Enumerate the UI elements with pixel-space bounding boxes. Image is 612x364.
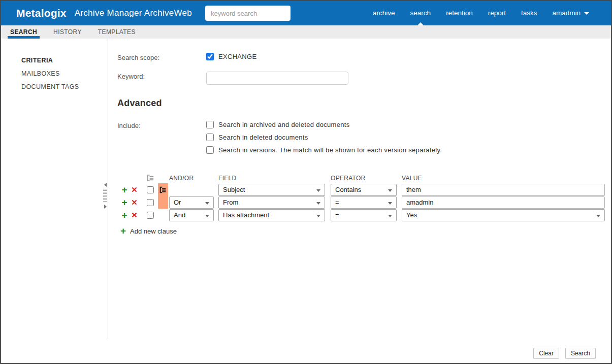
scope-exchange-checkbox-row[interactable]: EXCHANGE (206, 53, 256, 60)
sidebar-item-mailboxes[interactable]: MAILBOXES (1, 67, 108, 80)
add-clause-icon[interactable]: + (121, 210, 127, 220)
metalogix-logo: Metalogix (16, 7, 67, 19)
query-builder: AND/OR FIELD OPERATOR VALUE + ✕ (114, 173, 611, 236)
clear-button[interactable]: Clear (533, 348, 559, 359)
criteria-panel: Search scope: EXCHANGE Keyword: Advanced… (108, 39, 611, 339)
field-value: Has attachment (223, 211, 269, 219)
value-input[interactable] (402, 196, 605, 209)
collapse-left-icon (104, 183, 107, 187)
andor-value: And (174, 211, 185, 219)
field-dropdown[interactable]: Subject (218, 184, 325, 196)
include-option-label: Search in versions. The match will be sh… (218, 146, 442, 154)
user-menu-label: amadmin (552, 9, 581, 17)
group-icon (147, 174, 168, 182)
app-window: Metalogix Archive Manager ArchiveWeb arc… (0, 0, 612, 364)
value-input[interactable] (402, 184, 605, 196)
exchange-label: EXCHANGE (218, 53, 256, 60)
keyword-input[interactable] (206, 72, 348, 85)
include-label: Include: (117, 121, 206, 129)
user-menu[interactable]: amadmin (544, 1, 597, 25)
field-dropdown[interactable]: From (218, 196, 325, 209)
field-value: From (223, 198, 238, 206)
clause-checkbox[interactable] (147, 199, 154, 206)
keyword-search-input[interactable] (205, 6, 291, 21)
clause-row: + ✕ And Has attachment = Yes (114, 209, 611, 221)
header-value: VALUE (402, 175, 605, 182)
include-deleted-checkbox[interactable] (206, 134, 214, 141)
delete-clause-icon[interactable]: ✕ (131, 185, 138, 194)
header-operator: OPERATOR (331, 175, 397, 182)
top-navigation: archive search retention report tasks am… (365, 1, 611, 25)
builder-header-row: AND/OR FIELD OPERATOR VALUE (114, 173, 611, 182)
search-scope-label: Search scope: (117, 53, 206, 61)
add-new-clause-label: Add new clause (130, 227, 177, 235)
clause-row: + ✕ Or From = (114, 196, 611, 209)
group-icon (159, 186, 167, 193)
tab-templates[interactable]: TEMPLATES (98, 25, 136, 39)
footer-bar: Clear Search (1, 340, 611, 363)
nav-report[interactable]: report (480, 1, 513, 25)
operator-value: Contains (335, 186, 361, 193)
include-option-row[interactable]: Search in archived and deleted documents (206, 121, 442, 128)
tab-history[interactable]: HISTORY (53, 25, 82, 39)
add-clause-icon[interactable]: + (121, 197, 127, 208)
group-marker-cell[interactable] (158, 183, 168, 196)
top-header: Metalogix Archive Manager ArchiveWeb arc… (1, 1, 611, 25)
header-field: FIELD (218, 175, 325, 182)
field-dropdown[interactable]: Has attachment (218, 209, 325, 221)
expand-right-icon (104, 205, 107, 209)
sidebar-item-criteria[interactable]: CRITERIA (1, 54, 108, 67)
include-options: Search in archived and deleted documents… (206, 121, 442, 159)
clause-checkbox[interactable] (147, 186, 154, 193)
nav-retention[interactable]: retention (438, 1, 480, 25)
field-value: Subject (223, 186, 245, 193)
andor-dropdown[interactable]: And (169, 209, 214, 221)
tab-search[interactable]: SEARCH (10, 25, 37, 39)
include-option-row[interactable]: Search in deleted documents (206, 134, 442, 141)
add-icon: + (120, 226, 126, 236)
group-marker-cell[interactable] (158, 196, 168, 209)
add-new-clause-button[interactable]: + Add new clause (120, 226, 611, 236)
add-clause-icon[interactable]: + (121, 184, 127, 195)
include-option-row[interactable]: Search in versions. The match will be sh… (206, 146, 442, 154)
sidebar-splitter[interactable] (102, 183, 108, 209)
nav-tasks[interactable]: tasks (513, 1, 545, 25)
search-button[interactable]: Search (565, 348, 596, 359)
value-value: Yes (406, 211, 417, 219)
sidebar-item-document-tags[interactable]: DOCUMENT TAGS (1, 80, 108, 93)
include-versions-checkbox[interactable] (206, 146, 214, 154)
advanced-heading: Advanced (117, 98, 611, 109)
clause-checkbox[interactable] (147, 212, 154, 219)
clause-row: + ✕ Subject Contains (114, 183, 611, 196)
operator-value: = (335, 211, 339, 219)
content-area: CRITERIA MAILBOXES DOCUMENT TAGS Search … (1, 39, 611, 339)
include-option-label: Search in deleted documents (218, 134, 308, 141)
splitter-grip-icon (103, 189, 107, 203)
delete-clause-icon[interactable]: ✕ (131, 211, 138, 219)
operator-value: = (335, 198, 339, 206)
operator-dropdown[interactable]: = (331, 209, 397, 221)
nav-archive[interactable]: archive (365, 1, 403, 25)
exchange-checkbox[interactable] (206, 53, 214, 60)
group-marker-cell[interactable] (158, 209, 168, 221)
keyword-label: Keyword: (117, 72, 206, 80)
tab-bar: SEARCH HISTORY TEMPLATES (1, 25, 611, 39)
operator-dropdown[interactable]: Contains (331, 184, 397, 196)
operator-dropdown[interactable]: = (331, 196, 397, 209)
app-title: Archive Manager ArchiveWeb (75, 8, 192, 18)
andor-dropdown[interactable]: Or (169, 196, 214, 209)
nav-search[interactable]: search (403, 1, 439, 25)
delete-clause-icon[interactable]: ✕ (131, 198, 138, 207)
value-dropdown[interactable]: Yes (402, 209, 605, 221)
chevron-down-icon (584, 12, 589, 15)
include-option-label: Search in archived and deleted documents (218, 121, 349, 128)
header-andor: AND/OR (169, 175, 214, 182)
andor-value: Or (174, 198, 181, 206)
include-archived-deleted-checkbox[interactable] (206, 121, 214, 128)
sidebar: CRITERIA MAILBOXES DOCUMENT TAGS (1, 39, 108, 339)
